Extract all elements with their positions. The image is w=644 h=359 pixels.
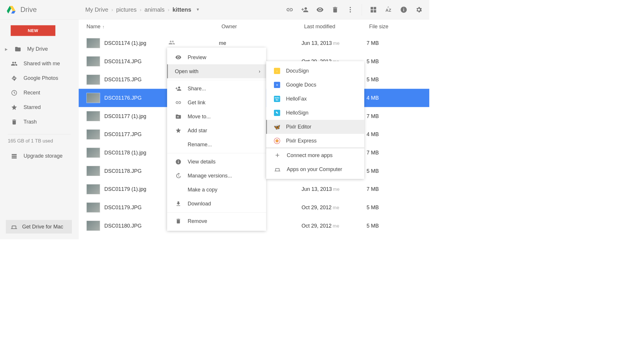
- file-thumbnail: [87, 184, 100, 194]
- file-size: 5 MB: [367, 58, 429, 64]
- storage-icon: [11, 152, 18, 159]
- file-thumbnail: [87, 203, 100, 213]
- separator: [362, 4, 362, 15]
- more-vert-icon[interactable]: [346, 6, 354, 13]
- menu-get-link[interactable]: Get link: [167, 96, 266, 110]
- chevron-right-icon: ›: [259, 68, 260, 74]
- menu-remove[interactable]: Remove: [167, 214, 266, 228]
- sidebar-item-recent[interactable]: Recent: [0, 85, 79, 100]
- file-size: 7 MB: [367, 40, 429, 46]
- breadcrumb-item[interactable]: animals: [145, 6, 165, 13]
- svg-point-4: [350, 9, 351, 10]
- star-icon: [11, 104, 18, 111]
- column-owner[interactable]: Owner: [221, 24, 304, 30]
- topbar: Drive My Drive › pictures › animals › ki…: [0, 0, 429, 20]
- link-icon[interactable]: [286, 6, 293, 13]
- svg-rect-20: [178, 161, 179, 163]
- pixlr-express-icon: [274, 138, 280, 144]
- sidebar-item-my-drive[interactable]: ▶ My Drive: [0, 42, 79, 56]
- sidebar-item-starred[interactable]: Starred: [0, 100, 79, 115]
- app-google-docs[interactable]: ≡Google Docs: [266, 78, 364, 92]
- apps-on-computer[interactable]: Apps on your Computer: [266, 162, 364, 176]
- trash-icon[interactable]: [331, 6, 339, 13]
- file-thumbnail: [87, 166, 100, 176]
- sidebar-item-label: Recent: [24, 90, 40, 96]
- shared-icon: [168, 40, 219, 46]
- get-drive-button[interactable]: Get Drive for Mac: [6, 220, 72, 234]
- file-name: DSC01178.JPG: [104, 168, 168, 174]
- sidebar-item-upgrade[interactable]: Upgrade storage: [0, 149, 79, 163]
- sidebar-item-trash[interactable]: Trash: [0, 115, 79, 129]
- menu-rename[interactable]: Rename...: [167, 138, 266, 152]
- column-modified[interactable]: Last modified: [304, 24, 369, 30]
- menu-download[interactable]: Download: [167, 197, 266, 211]
- svg-rect-8: [371, 10, 373, 12]
- trash-icon: [175, 218, 182, 225]
- menu-view-details[interactable]: View details: [167, 155, 266, 169]
- file-name: DSC01177.JPG: [104, 131, 168, 138]
- grid-view-icon[interactable]: [370, 6, 377, 13]
- file-modified: Oct 29, 2012me: [302, 223, 367, 229]
- menu-make-copy[interactable]: Make a copy: [167, 183, 266, 197]
- svg-text:Z: Z: [388, 8, 391, 12]
- download-icon: [175, 200, 182, 207]
- app-pixlr-editor[interactable]: 🦋Pixlr Editor: [266, 120, 364, 134]
- svg-rect-7: [374, 7, 376, 9]
- file-thumbnail: [87, 129, 100, 140]
- new-button[interactable]: NEW: [11, 25, 55, 36]
- sidebar-item-photos[interactable]: Google Photos: [0, 71, 79, 85]
- menu-preview[interactable]: Preview: [167, 50, 266, 64]
- column-size[interactable]: File size: [369, 24, 430, 30]
- laptop-icon: [274, 166, 281, 173]
- svg-point-3: [350, 7, 351, 8]
- eye-icon[interactable]: [316, 6, 323, 13]
- svg-rect-18: [12, 157, 17, 159]
- svg-rect-17: [12, 156, 17, 157]
- menu-move-to[interactable]: Move to...: [167, 110, 266, 124]
- gear-icon[interactable]: [415, 6, 423, 13]
- separator: [8, 134, 71, 134]
- people-icon: [11, 60, 18, 67]
- menu-share[interactable]: Share...: [167, 82, 266, 96]
- menu-manage-versions[interactable]: Manage versions...: [167, 169, 266, 183]
- svg-rect-14: [403, 8, 404, 8]
- chevron-right-icon: ›: [140, 7, 141, 13]
- dropdown-arrow-icon[interactable]: ▼: [196, 7, 200, 12]
- google-docs-icon: ≡: [274, 82, 280, 88]
- drive-logo-icon: [7, 6, 15, 14]
- file-name: DSC01176.JPG: [104, 95, 168, 101]
- file-name: DSC01179 (1).jpg: [104, 186, 168, 192]
- file-name: DSC01180.JPG: [104, 223, 168, 229]
- file-thumbnail: [87, 56, 100, 66]
- file-thumbnail: [87, 111, 100, 121]
- breadcrumb-item[interactable]: My Drive: [85, 6, 108, 13]
- menu-open-with[interactable]: Open with›: [167, 64, 266, 78]
- breadcrumb-item-current[interactable]: kittens: [173, 6, 191, 13]
- add-person-icon[interactable]: [301, 6, 308, 13]
- storage-text: 165 GB of 1 TB used: [0, 138, 79, 144]
- context-menu: Preview Open with› Share... Get link Mov…: [167, 47, 266, 231]
- app-hellosign[interactable]: ✎HelloSign: [266, 106, 364, 120]
- folder-icon: [14, 45, 21, 52]
- expand-triangle-icon[interactable]: ▶: [5, 47, 8, 51]
- sidebar-item-shared[interactable]: Shared with me: [0, 56, 79, 71]
- app-pixlr-express[interactable]: Pixlr Express: [266, 134, 364, 148]
- app-docusign[interactable]: ↓DocuSign: [266, 64, 364, 78]
- svg-rect-13: [403, 9, 404, 11]
- app-hellofax[interactable]: hellofaxHelloFax: [266, 92, 364, 106]
- history-icon: [175, 172, 182, 179]
- folder-move-icon: [175, 113, 182, 120]
- eye-icon: [175, 54, 182, 61]
- column-name[interactable]: Name↑: [87, 24, 221, 30]
- sidebar-item-label: Upgrade storage: [24, 153, 63, 159]
- sidebar: NEW ▶ My Drive Shared with me Google Pho…: [0, 20, 79, 240]
- connect-more-apps[interactable]: Connect more apps: [266, 148, 364, 162]
- photos-pinwheel-icon: [11, 75, 18, 82]
- breadcrumb-item[interactable]: pictures: [116, 6, 137, 13]
- sidebar-item-label: Google Photos: [24, 75, 58, 81]
- info-icon[interactable]: [400, 6, 407, 13]
- file-size: 5 MB: [367, 223, 429, 229]
- sort-az-icon[interactable]: AZ: [385, 6, 392, 13]
- menu-add-star[interactable]: Add star: [167, 124, 266, 138]
- plus-icon: [274, 152, 281, 159]
